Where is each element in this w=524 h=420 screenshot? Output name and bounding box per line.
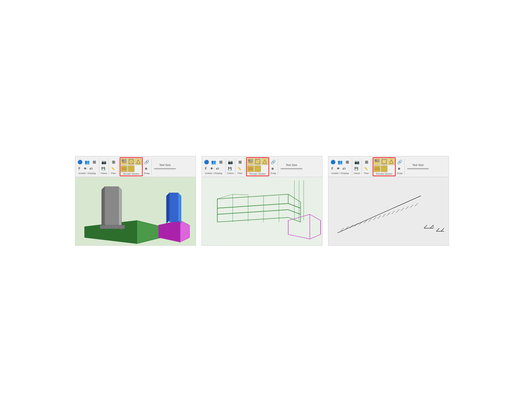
people-icon-3[interactable]: 👥 [337, 159, 344, 166]
grid-icon[interactable]: ⊞ [110, 159, 117, 166]
filter-icon-3[interactable]: 🔵 [330, 159, 336, 166]
filter-icon[interactable]: 🔵 [77, 159, 83, 166]
layers-icon[interactable]: ⊞ [91, 159, 98, 166]
toolbar-1: 🔵 👥 ⊞ F 👁 🏷 Iso [75, 156, 196, 177]
plan-stack: ⊞ 📏 [110, 159, 117, 172]
group-plan-2: ⊞ 📏 Plan [237, 159, 245, 175]
camera-icon[interactable]: 📷 [100, 159, 107, 166]
snap-sub-icon[interactable]: ⊕ [143, 166, 149, 172]
layers-icon-3[interactable]: ⊞ [344, 159, 351, 166]
snap-label-2: Snap [270, 172, 276, 175]
snap-row2-3: ⊕ [396, 166, 403, 172]
panel-wireframe: 🔵 👥 ⊞ F 👁 🏷 Iso [202, 156, 322, 246]
scene-svg-wireframe [202, 177, 322, 245]
snap-label-3: Snap [397, 172, 403, 175]
snap-row1: 🔗 [143, 159, 150, 166]
scene-svg-solid [75, 177, 196, 245]
measure-icon-3[interactable]: 📏 [363, 166, 369, 172]
render-modes-icons-row1-2 [247, 158, 268, 172]
canvas-solid [75, 177, 196, 245]
render-icon-2-3[interactable] [261, 158, 268, 165]
tag-icon-2[interactable]: 🏷 [215, 166, 220, 172]
svg-marker-35 [263, 160, 267, 163]
snap-sub-icon-3[interactable]: ⊕ [396, 166, 402, 172]
canvas-wireframe [202, 177, 322, 245]
group-views: 📷 💾 Views [100, 159, 109, 175]
icon-row-2-1: 🔵 👥 ⊞ [203, 159, 224, 166]
eye-icon-2[interactable]: 👁 [209, 166, 215, 172]
layers-icon-2[interactable]: ⊞ [217, 159, 224, 166]
save-view-icon[interactable]: 💾 [100, 166, 106, 172]
camera-icon-3[interactable]: 📷 [353, 159, 360, 166]
grid-icon-3[interactable]: ⊞ [363, 159, 370, 166]
icon-stack-2: 🔵 👥 ⊞ F 👁 🏷 [203, 159, 224, 172]
plan-icons-3: ⊞ 📏 [363, 159, 370, 172]
render-icon-2[interactable] [128, 158, 135, 165]
save-view-icon-3[interactable]: 💾 [353, 166, 359, 172]
render-icon-2-5[interactable] [254, 165, 261, 172]
icon-row-1: 🔵 👥 ⊞ [77, 159, 98, 166]
snap-sub-icon-2[interactable]: ⊕ [270, 166, 275, 172]
group-views-3: 📷 💾 Views [353, 159, 362, 175]
snap-icon[interactable]: 🔗 [143, 159, 150, 166]
render-modes-label-2: Render Modes [250, 172, 266, 175]
save-view-icon-2[interactable]: 💾 [227, 166, 233, 172]
render-icon-2-1[interactable] [247, 158, 254, 165]
render-icon-3-3[interactable] [388, 158, 395, 165]
svg-rect-10 [124, 168, 126, 169]
views-row2-2: 💾 [227, 166, 234, 172]
render-row1 [121, 158, 142, 165]
people-icon-2[interactable]: 👥 [210, 159, 217, 166]
render-icon-5[interactable] [128, 165, 135, 172]
text-size-slider[interactable] [154, 168, 176, 170]
people-icon[interactable]: 👥 [84, 159, 91, 166]
tag-icon-3[interactable]: 🏷 [341, 166, 347, 172]
snap-row2-2: ⊕ [270, 166, 277, 172]
eye-icon-3[interactable]: 👁 [335, 166, 341, 172]
render-icon-3-1[interactable] [374, 158, 380, 165]
text-size-label-2: Text Size [286, 163, 297, 167]
render-icon-3-5[interactable] [381, 165, 388, 172]
measure-icon[interactable]: 📏 [110, 166, 116, 172]
text-size-slider-3[interactable] [407, 168, 429, 170]
views-icons-2: 📷 💾 [227, 159, 234, 172]
render-icon-1[interactable] [121, 158, 127, 165]
group-snap-2: 🔗 ⊕ Snap [270, 159, 278, 175]
views-row1-3: 📷 [353, 159, 360, 166]
render-icon-4[interactable] [121, 165, 127, 172]
plan-row2-3: 📏 [363, 166, 370, 172]
render-icon-2-2[interactable] [254, 158, 261, 165]
filter-label-icon-2[interactable]: F [203, 166, 209, 172]
tag-icon[interactable]: 🏷 [88, 166, 94, 172]
svg-rect-26 [169, 193, 178, 222]
eye-icon[interactable]: 👁 [82, 166, 88, 172]
text-size-slider-2[interactable] [281, 168, 302, 170]
icon-stack-3: 🔵 👥 ⊞ F 👁 🏷 [330, 159, 351, 172]
filter-label-icon-3[interactable]: F [330, 166, 335, 172]
svg-marker-20 [102, 186, 105, 230]
canvas-lines [328, 177, 449, 245]
render-row2-3 [374, 165, 395, 172]
filter-label-icon[interactable]: F [77, 166, 82, 172]
views-label-3: Views [353, 172, 360, 175]
isolate-display-icons: 🔵 👥 ⊞ F 👁 🏷 [77, 159, 98, 172]
isolate-display-icons-2: 🔵 👥 ⊞ F 👁 🏷 [203, 159, 224, 172]
group-snap: 🔗 ⊕ Snap [143, 159, 152, 175]
camera-icon-2[interactable]: 📷 [227, 159, 234, 166]
grid-icon-2[interactable]: ⊞ [237, 159, 243, 166]
render-icon-3-2[interactable] [381, 158, 388, 165]
group-isolate-display-2: 🔵 👥 ⊞ F 👁 🏷 Iso [203, 159, 226, 175]
snap-icon-3[interactable]: 🔗 [396, 159, 403, 166]
filter-icon-2[interactable]: 🔵 [203, 159, 210, 166]
views-icons: 📷 💾 [100, 159, 107, 172]
snap-stack-3: 🔗 ⊕ [396, 159, 403, 172]
render-icon-2-4[interactable] [247, 165, 254, 172]
measure-icon-2[interactable]: 📏 [237, 166, 242, 172]
svg-line-34 [255, 159, 260, 164]
snap-icon-2[interactable]: 🔗 [270, 159, 277, 166]
plan-row2: 📏 [110, 166, 117, 172]
svg-marker-28 [178, 193, 181, 223]
render-stack [121, 158, 142, 172]
render-icon-3[interactable] [135, 158, 142, 165]
render-icon-3-4[interactable] [374, 165, 380, 172]
